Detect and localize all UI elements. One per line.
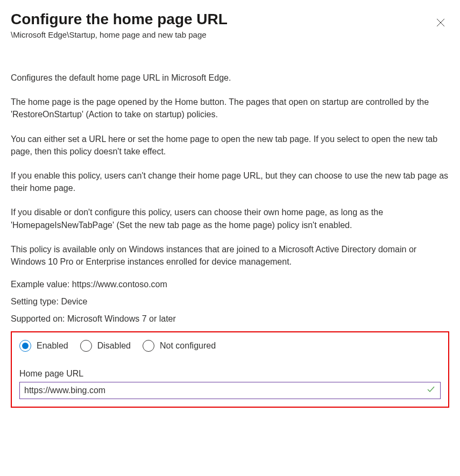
radio-enabled[interactable]: Enabled [19, 340, 68, 352]
example-value: Example value: https://www.contoso.com [11, 280, 449, 289]
radio-disabled[interactable]: Disabled [80, 340, 131, 352]
state-radio-group: Enabled Disabled Not configured [19, 340, 441, 352]
home-page-url-input[interactable] [19, 382, 441, 399]
radio-icon [80, 340, 92, 352]
description-paragraph: The home page is the page opened by the … [11, 96, 449, 120]
radio-icon [143, 340, 154, 352]
config-section: Enabled Disabled Not configured Home pag… [11, 331, 449, 408]
home-page-url-label: Home page URL [19, 369, 441, 379]
close-icon [436, 18, 445, 27]
description-paragraph: You can either set a URL here or set the… [11, 133, 449, 158]
radio-label: Enabled [37, 341, 68, 351]
supported-on: Supported on: Microsoft Windows 7 or lat… [11, 314, 449, 324]
description-paragraph: This policy is available only on Windows… [11, 243, 449, 268]
page-title: Configure the home page URL [11, 11, 228, 28]
setting-type: Setting type: Device [11, 297, 449, 307]
radio-icon [19, 340, 31, 352]
breadcrumb: \Microsoft Edge\Startup, home page and n… [11, 30, 228, 39]
description-paragraph: If you disable or don't configure this p… [11, 206, 449, 231]
radio-label: Disabled [97, 341, 131, 351]
description-paragraph: If you enable this policy, users can't c… [11, 169, 449, 194]
radio-not-configured[interactable]: Not configured [143, 340, 216, 352]
radio-label: Not configured [160, 341, 216, 351]
close-button[interactable] [432, 14, 449, 31]
policy-description: Configures the default home page URL in … [11, 72, 449, 268]
description-paragraph: Configures the default home page URL in … [11, 72, 449, 84]
